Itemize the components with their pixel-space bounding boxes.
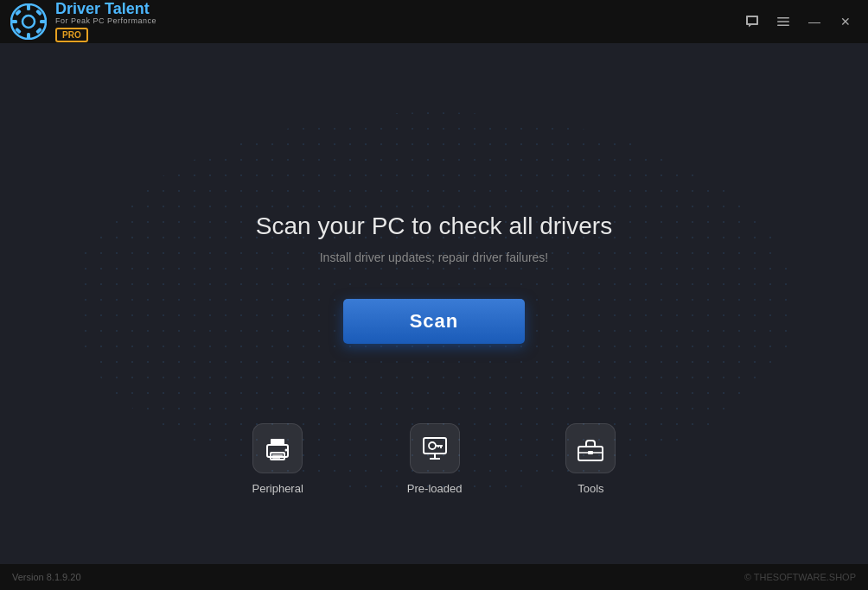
svg-point-22 [429, 442, 436, 449]
peripheral-icon [252, 423, 303, 473]
svg-rect-11 [777, 21, 789, 22]
minimize-icon: — [808, 15, 820, 29]
svg-rect-14 [271, 439, 284, 446]
tools-icon [565, 423, 616, 473]
svg-point-16 [285, 449, 288, 452]
logo-area: Driver Talent For Peak PC Performance PR… [10, 1, 156, 43]
menu-button[interactable] [771, 10, 795, 34]
main-subheadline: Install driver updates; repair driver fa… [320, 251, 549, 264]
scan-button[interactable]: Scan [343, 299, 525, 344]
titlebar-controls: — ✕ [740, 10, 858, 34]
tools-label: Tools [578, 482, 603, 495]
preloaded-label: Pre-loaded [407, 482, 463, 495]
close-icon: ✕ [840, 15, 851, 29]
preloaded-icon [410, 423, 460, 473]
titlebar: Driver Talent For Peak PC Performance PR… [0, 0, 868, 43]
copyright-text: © THESOFTWARE.SHOP [744, 572, 856, 582]
svg-rect-19 [424, 438, 446, 454]
peripheral-label: Peripheral [252, 482, 303, 495]
svg-rect-2 [27, 4, 30, 10]
close-button[interactable]: ✕ [833, 10, 858, 34]
svg-rect-10 [777, 17, 789, 19]
tools-icon-item[interactable]: Tools [565, 423, 616, 495]
svg-rect-4 [11, 20, 17, 23]
app-logo-icon [10, 3, 47, 40]
svg-rect-12 [777, 25, 789, 27]
preloaded-icon-item[interactable]: Pre-loaded [407, 423, 463, 495]
feedback-button[interactable] [740, 10, 764, 34]
center-content: Scan your PC to check all drivers Instal… [256, 213, 612, 344]
svg-rect-28 [588, 451, 593, 454]
svg-point-1 [22, 16, 35, 28]
main-content: Scan your PC to check all drivers Instal… [0, 43, 868, 564]
main-headline: Scan your PC to check all drivers [256, 213, 612, 240]
svg-rect-3 [27, 33, 30, 39]
app-name: Driver Talent [55, 1, 156, 18]
svg-rect-5 [40, 20, 46, 23]
logo-text: Driver Talent For Peak PC Performance PR… [55, 1, 156, 43]
minimize-button[interactable]: — [802, 10, 827, 34]
pro-badge: PRO [55, 28, 88, 42]
version-text: Version 8.1.9.20 [12, 572, 81, 582]
statusbar: Version 8.1.9.20 © THESOFTWARE.SHOP [0, 564, 868, 590]
app-subtitle: For Peak PC Performance [55, 17, 156, 26]
bottom-icons-area: Peripheral Pre-loaded [0, 423, 868, 495]
peripheral-icon-item[interactable]: Peripheral [252, 423, 303, 495]
